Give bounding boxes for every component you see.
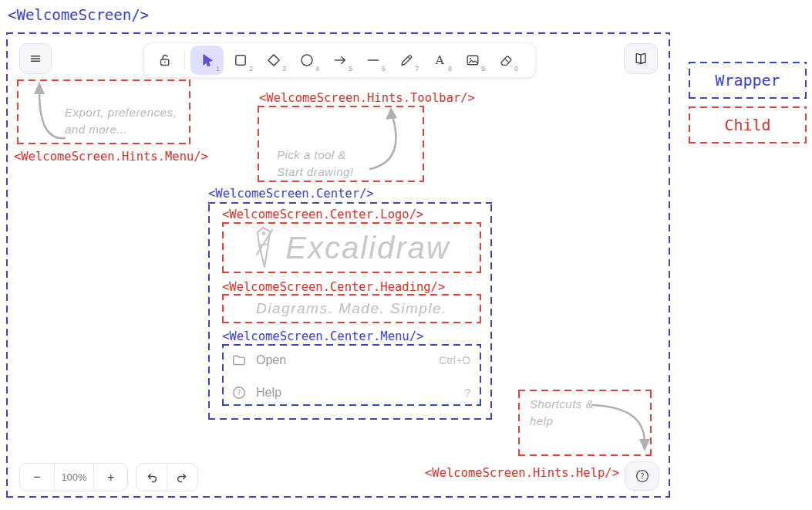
legend-wrapper-box: Wrapper bbox=[689, 62, 807, 99]
tool-eraser[interactable]: 0 bbox=[489, 46, 522, 75]
undo-icon bbox=[145, 471, 159, 485]
diamond-icon bbox=[266, 52, 281, 68]
center-menu-box: Open Ctrl+O ? Help ? bbox=[222, 344, 481, 406]
svg-text:?: ? bbox=[640, 472, 644, 481]
lock-tool[interactable] bbox=[151, 46, 179, 75]
toolbar-divider bbox=[184, 51, 185, 69]
image-icon bbox=[465, 52, 480, 68]
zoom-controls: − 100% + bbox=[19, 463, 128, 491]
minus-icon: − bbox=[33, 470, 41, 485]
tool-selection[interactable]: 1 bbox=[190, 46, 224, 75]
text-icon: A bbox=[432, 52, 447, 68]
menu-item-open-shortcut: Ctrl+O bbox=[439, 354, 470, 366]
book-icon bbox=[633, 51, 649, 66]
center-label: <WelcomeScreen.Center/> bbox=[208, 187, 374, 201]
legend-wrapper-label: Wrapper bbox=[715, 71, 780, 90]
tool-line[interactable]: 6 bbox=[356, 46, 389, 75]
eraser-icon bbox=[498, 52, 514, 68]
hints-menu-box: Export, preferences, and more... bbox=[17, 79, 190, 144]
legend-child-box: Child bbox=[689, 106, 807, 144]
library-button[interactable] bbox=[624, 43, 658, 74]
center-heading-box: Diagrams. Made. Simple. bbox=[222, 294, 481, 323]
tool-rectangle[interactable]: 2 bbox=[224, 46, 257, 75]
folder-icon bbox=[231, 353, 247, 368]
menu-item-help-shortcut: ? bbox=[464, 387, 470, 399]
hints-toolbar-label: <WelcomeScreen.Hints.Toolbar/> bbox=[259, 91, 475, 105]
center-heading-label: <WelcomeScreen.Center.Heading/> bbox=[222, 280, 445, 294]
center-menu-label: <WelcomeScreen.Center.Menu/> bbox=[222, 329, 423, 343]
menu-item-help[interactable]: ? Help ? bbox=[231, 383, 470, 403]
center-logo-label: <WelcomeScreen.Center.Logo/> bbox=[222, 208, 423, 221]
tool-arrow[interactable]: 5 bbox=[323, 46, 356, 75]
selection-cursor-icon bbox=[200, 52, 215, 68]
tool-text[interactable]: A 8 bbox=[423, 46, 456, 75]
zoom-in-button[interactable]: + bbox=[94, 464, 127, 491]
welcome-screen-doc-page: <WelcomeScreen/> 1 2 bbox=[0, 0, 812, 510]
history-controls bbox=[136, 463, 198, 491]
help-hint-text-line1: Shortcuts & bbox=[530, 396, 594, 413]
question-circle-icon: ? bbox=[635, 468, 650, 484]
zoom-level[interactable]: 100% bbox=[55, 464, 94, 491]
tool-diamond[interactable]: 3 bbox=[257, 46, 290, 75]
menu-item-help-label: Help bbox=[256, 386, 281, 400]
arrow-icon bbox=[332, 52, 348, 68]
toolbar-hint-text-line1: Pick a tool & bbox=[277, 147, 354, 164]
toolbar-hint-text-line2: Start drawing! bbox=[277, 164, 354, 181]
ellipse-icon bbox=[299, 52, 315, 68]
menu-hint-text-line2: and more... bbox=[65, 121, 177, 138]
hamburger-icon bbox=[28, 51, 43, 66]
center-heading-text: Diagrams. Made. Simple. bbox=[256, 298, 447, 319]
redo-button[interactable] bbox=[167, 464, 197, 491]
main-menu-button[interactable] bbox=[19, 43, 52, 74]
help-circle-icon: ? bbox=[231, 385, 247, 400]
toolbar: 1 2 3 4 5 bbox=[143, 42, 536, 78]
undo-button[interactable] bbox=[136, 464, 167, 491]
pencil-icon bbox=[399, 52, 414, 68]
svg-text:?: ? bbox=[237, 388, 241, 397]
zoom-out-button[interactable]: − bbox=[20, 464, 54, 491]
tool-ellipse[interactable]: 4 bbox=[290, 46, 323, 75]
excalidraw-logo-icon bbox=[253, 225, 276, 270]
redo-icon bbox=[175, 471, 189, 485]
tool-draw[interactable]: 7 bbox=[389, 46, 423, 75]
help-button[interactable]: ? bbox=[625, 461, 659, 491]
plus-icon: + bbox=[107, 470, 115, 485]
unlock-icon bbox=[157, 52, 173, 68]
menu-hint-text-line1: Export, preferences, bbox=[65, 104, 177, 121]
line-icon bbox=[366, 52, 381, 68]
logo-wordmark: Excalidraw bbox=[285, 225, 450, 270]
svg-text:A: A bbox=[434, 53, 444, 67]
menu-item-open-label: Open bbox=[256, 353, 286, 367]
center-logo-box: Excalidraw bbox=[222, 222, 481, 273]
hints-toolbar-box: Pick a tool & Start drawing! bbox=[258, 106, 424, 182]
hints-help-box: Shortcuts & help bbox=[518, 390, 652, 456]
rectangle-icon bbox=[233, 52, 248, 68]
help-hint-text-line2: help bbox=[530, 413, 594, 430]
hints-help-label: <WelcomeScreen.Hints.Help/> bbox=[425, 466, 619, 480]
menu-item-open[interactable]: Open Ctrl+O bbox=[231, 350, 470, 370]
hints-menu-label: <WelcomeScreen.Hints.Menu/> bbox=[14, 150, 208, 164]
legend-child-label: Child bbox=[724, 116, 770, 134]
tool-image[interactable]: 9 bbox=[456, 46, 489, 75]
center-box: <WelcomeScreen.Center.Logo/> Excalidraw … bbox=[208, 202, 492, 420]
welcome-screen-label: <WelcomeScreen/> bbox=[8, 6, 149, 23]
